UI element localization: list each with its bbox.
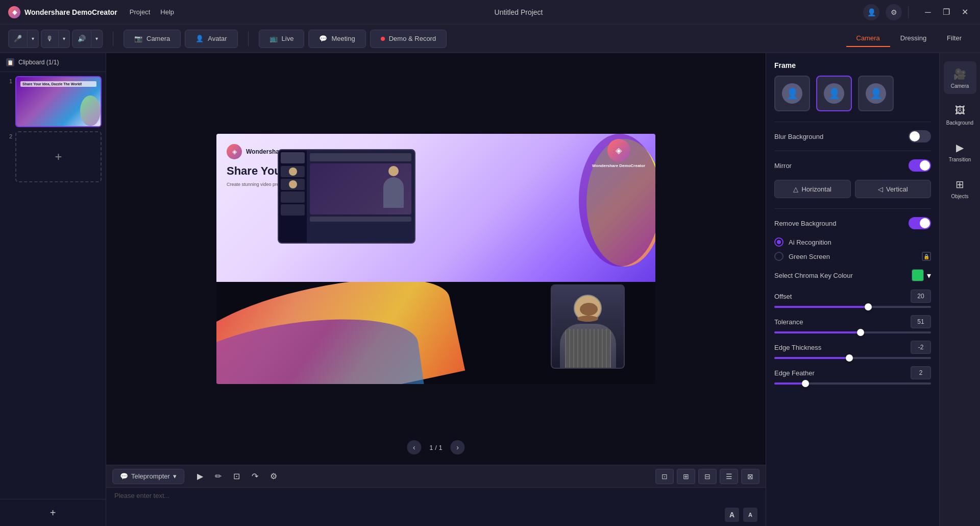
remove-bg-section: Remove Background Ai Recognition Gre [774, 217, 931, 261]
slide-canvas: ◈ Wondershare DemoCreator Share Your Ide… [216, 134, 655, 384]
minimize-button[interactable]: ─ [921, 5, 935, 19]
layout-btn-5[interactable]: ⊠ [741, 469, 760, 484]
audio-dropdown[interactable]: 🔊 ▾ [72, 30, 103, 48]
increase-text-size[interactable]: A [725, 508, 739, 522]
canvas-nav: ‹ 1 / 1 › [407, 440, 464, 455]
camera-tab[interactable]: 📷 Camera [124, 30, 181, 48]
play-tool[interactable]: ▶ [192, 469, 208, 484]
add-slide-btn[interactable]: + [5, 505, 101, 521]
next-arrow[interactable]: › [451, 440, 465, 455]
demo-record-tab[interactable]: Demo & Record [370, 30, 447, 48]
frame-option-2[interactable]: 👤 [816, 76, 852, 111]
panel-icon-objects[interactable]: ⊞ Objects [944, 172, 976, 204]
offset-value[interactable]: 20 [911, 290, 931, 303]
menu-help[interactable]: Help [160, 8, 174, 16]
add-slide-button[interactable]: + [15, 131, 102, 182]
slide-thumbnail-1[interactable]: Share Your Idea, Dazzle The World! [15, 76, 102, 127]
tab-dressing[interactable]: Dressing [890, 30, 937, 47]
edge-feather-thumb[interactable] [802, 380, 809, 387]
mirror-toggle[interactable] [909, 159, 931, 172]
square-tool[interactable]: ⊡ [229, 469, 244, 484]
chroma-dropdown-arrow[interactable]: ▾ [927, 271, 931, 280]
teleprompter-button[interactable]: 💬 Teleprompter ▾ [112, 469, 184, 484]
layout-btn-3[interactable]: ⊟ [698, 469, 717, 484]
offset-track[interactable] [774, 306, 931, 308]
chroma-color-picker[interactable]: ▾ [912, 269, 931, 281]
pencil-tool[interactable]: ✏ [211, 469, 226, 484]
gs-radio-circle [774, 252, 783, 261]
menu-project[interactable]: Project [130, 8, 150, 16]
gear-tool[interactable]: ⚙ [266, 469, 281, 484]
tolerance-thumb[interactable] [857, 329, 864, 336]
camera-icon: 📷 [134, 35, 142, 42]
frame-section: Frame 👤 👤 👤 [774, 61, 931, 111]
avatar-tab[interactable]: 👤 Avatar [185, 30, 237, 48]
abstract-shapes: ◈ Wondershare DemoCreator [558, 134, 655, 279]
logo-icon: ◈ [8, 6, 20, 18]
tolerance-slider-section: Tolerance 51 [774, 315, 931, 333]
panel-icon-transition[interactable]: ▶ Transition [944, 135, 976, 168]
vertical-label: Vertical [886, 185, 908, 193]
mic-btn[interactable]: 🎤 [8, 30, 28, 48]
edge-thickness-header: Edge Thickness -2 [774, 341, 931, 354]
mic2-arrow[interactable]: ▾ [59, 30, 70, 48]
decrease-text-size[interactable]: A [743, 508, 757, 522]
layout-btn-4[interactable]: ☰ [720, 469, 738, 484]
divider-1 [774, 122, 931, 122]
add-icon: + [50, 507, 56, 519]
vertical-btn[interactable]: ◁ Vertical [855, 180, 932, 198]
horizontal-label: Horizontal [801, 185, 831, 193]
ai-recognition-option[interactable]: Ai Recognition [774, 237, 931, 247]
audio-arrow[interactable]: ▾ [91, 30, 103, 48]
edge-thickness-value[interactable]: -2 [911, 341, 931, 354]
user-icon[interactable]: 👤 [863, 4, 879, 20]
live-tab[interactable]: 📺 Live [259, 30, 305, 48]
layout-btn-1[interactable]: ⊡ [655, 469, 674, 484]
arrow-tool[interactable]: ↷ [248, 469, 263, 484]
tp-right-tools: ⊡ ⊞ ⊟ ☰ ⊠ [655, 469, 760, 484]
mic-dropdown[interactable]: 🎤 ▾ [8, 30, 39, 48]
tolerance-value[interactable]: 51 [911, 315, 931, 328]
panel-icon-camera[interactable]: 🎥 Camera [944, 61, 976, 94]
close-button[interactable]: ✕ [958, 5, 972, 19]
objects-panel-icon: ⊞ [953, 177, 967, 192]
panel-icon-background[interactable]: 🖼 Background [944, 98, 976, 131]
edge-feather-value[interactable]: 2 [911, 366, 931, 379]
blur-bg-toggle[interactable] [909, 130, 931, 142]
transition-panel-label: Transition [949, 157, 971, 162]
edge-feather-fill [774, 382, 805, 385]
edge-thickness-track[interactable] [774, 357, 931, 359]
frame-option-1[interactable]: 👤 [774, 76, 810, 111]
layout-btn-2[interactable]: ⊞ [677, 469, 695, 484]
mic2-btn[interactable]: 🎙 [41, 30, 59, 48]
mic2-dropdown[interactable]: 🎙 ▾ [41, 30, 70, 48]
edge-feather-header: Edge Feather 2 [774, 366, 931, 379]
remove-bg-row: Remove Background [774, 217, 931, 229]
color-swatch[interactable] [912, 269, 924, 281]
maximize-button[interactable]: ❐ [939, 5, 953, 19]
horizontal-btn[interactable]: △ Horizontal [774, 180, 851, 198]
sidebar-header: 📋 Clipboard (1/1) [0, 53, 106, 72]
avatar-icon: 👤 [195, 35, 204, 42]
prev-arrow[interactable]: ‹ [407, 440, 421, 455]
mic-arrow[interactable]: ▾ [28, 30, 39, 48]
audio-btn[interactable]: 🔊 [72, 30, 91, 48]
remove-bg-toggle[interactable] [909, 217, 931, 229]
edge-thickness-thumb[interactable] [846, 354, 853, 362]
offset-thumb[interactable] [865, 303, 872, 310]
edge-feather-track[interactable] [774, 382, 931, 385]
tp-tools: ▶ ✏ ⊡ ↷ ⚙ [192, 469, 281, 484]
sidebar-title: Clipboard (1/1) [18, 59, 59, 66]
tolerance-track[interactable] [774, 331, 931, 333]
tab-camera[interactable]: Camera [846, 30, 890, 47]
edge-thickness-label: Edge Thickness [774, 344, 821, 351]
mirror-knob [920, 160, 930, 171]
left-sidebar: 📋 Clipboard (1/1) 1 Share Your Idea, Daz… [0, 53, 106, 526]
frame-option-3[interactable]: 👤 [858, 76, 894, 111]
green-screen-option[interactable]: Green Screen 🔒 [774, 252, 931, 261]
meeting-tab[interactable]: 💬 Meeting [308, 30, 365, 48]
tab-filter[interactable]: Filter [937, 30, 972, 47]
settings-icon[interactable]: ⚙ [886, 4, 902, 20]
ai-recognition-label: Ai Recognition [789, 238, 831, 246]
edge-thickness-fill [774, 357, 849, 359]
